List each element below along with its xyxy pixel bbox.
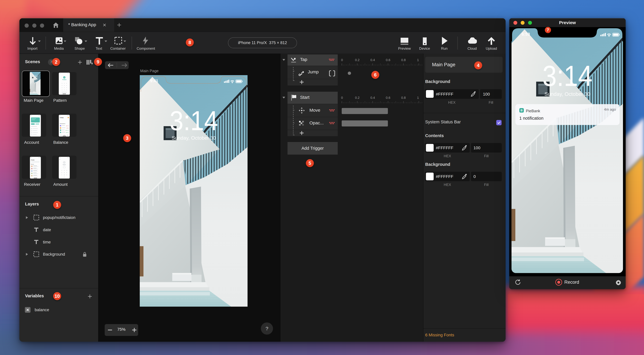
svg-text:9:41: 9:41 [150,78,158,83]
svg-text:0.2: 0.2 [355,96,360,99]
svg-text:-$8.50: -$8.50 [66,128,69,129]
svg-text:0: 0 [341,58,343,62]
svg-text:1: 1 [62,170,62,171]
svg-text:7: 7 [62,174,62,175]
svg-text:0.8: 0.8 [401,58,406,62]
svg-text:0.4: 0.4 [370,58,375,62]
svg-text:2: 2 [64,170,64,171]
svg-text:0.2: 0.2 [355,58,360,62]
svg-text:8: 8 [64,174,64,175]
svg-text:6: 6 [66,172,67,173]
svg-text:Transactions: Transactions [60,123,66,124]
svg-text:Hi Billy!: Hi Billy! [60,117,64,118]
svg-text:Recent: Recent [31,164,34,165]
svg-text:0.6: 0.6 [386,58,390,62]
svg-text:1: 1 [417,58,419,62]
svg-text:0: 0 [341,96,343,99]
svg-text:5: 5 [64,172,64,173]
svg-text:-$24.00: -$24.00 [66,125,69,126]
svg-text:0.4: 0.4 [370,96,375,99]
svg-text:0: 0 [64,177,64,178]
svg-text:3: 3 [66,170,67,171]
svg-text:Friends: Friends [31,159,34,160]
svg-text:+$45.00: +$45.00 [66,132,69,133]
svg-text:B: B [64,77,65,78]
svg-text:1: 1 [417,96,419,99]
svg-text:0.6: 0.6 [386,96,390,99]
svg-text:9: 9 [66,174,67,175]
svg-text:4: 4 [62,172,62,173]
svg-text:PieBank: PieBank [62,79,66,80]
svg-text:6:53: 6:53 [522,32,530,36]
svg-text:0.8: 0.8 [401,96,406,99]
svg-text:+$120.00: +$120.00 [65,130,69,131]
